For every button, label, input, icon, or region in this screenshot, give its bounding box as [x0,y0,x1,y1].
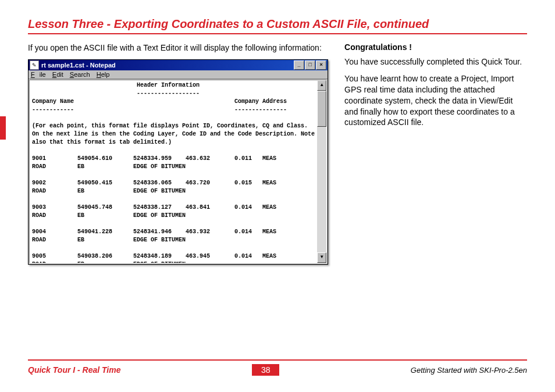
notepad-menubar: File Edit Search Help [29,70,328,79]
scroll-thumb[interactable] [317,91,326,127]
notepad-scrollbar[interactable]: ▲ ▼ [317,80,326,263]
title-rule [28,33,527,34]
right-para-1: You have successfully completed this Qui… [344,56,527,67]
minimize-button[interactable]: _ [294,60,304,70]
page-title: Lesson Three - Exporting Coordinates to … [28,17,527,31]
page-number: 38 [252,364,280,376]
footer-right: Getting Started with SKI-Pro-2.5en [411,366,527,375]
notepad-textarea[interactable]: Header Information ------------------ Co… [30,80,317,263]
notepad-title: rt sample1.cst - Notepad [41,62,294,69]
congrats-heading: Congratulations ! [344,42,527,52]
intro-text: If you open the ASCII file with a Text E… [28,42,328,54]
footer-left: Quick Tour I - Real Time [28,365,120,375]
right-para-2: You have learnt how to create a Project,… [344,73,527,128]
scroll-up-icon[interactable]: ▲ [317,80,326,91]
notepad-window: ✎ rt sample1.cst - Notepad _ □ × File Ed… [28,59,328,265]
maximize-button[interactable]: □ [305,60,315,70]
menu-help[interactable]: Help [97,71,110,78]
page-footer: Quick Tour I - Real Time 38 Getting Star… [28,359,527,376]
side-tab [0,116,6,140]
close-button[interactable]: × [316,60,326,70]
footer-rule [28,359,527,361]
scroll-track[interactable] [317,91,326,252]
menu-file[interactable]: File [31,71,46,78]
notepad-icon: ✎ [30,60,39,70]
scroll-down-icon[interactable]: ▼ [317,252,326,263]
notepad-titlebar[interactable]: ✎ rt sample1.cst - Notepad _ □ × [29,60,328,70]
menu-edit[interactable]: Edit [52,71,63,78]
menu-search[interactable]: Search [70,71,90,78]
